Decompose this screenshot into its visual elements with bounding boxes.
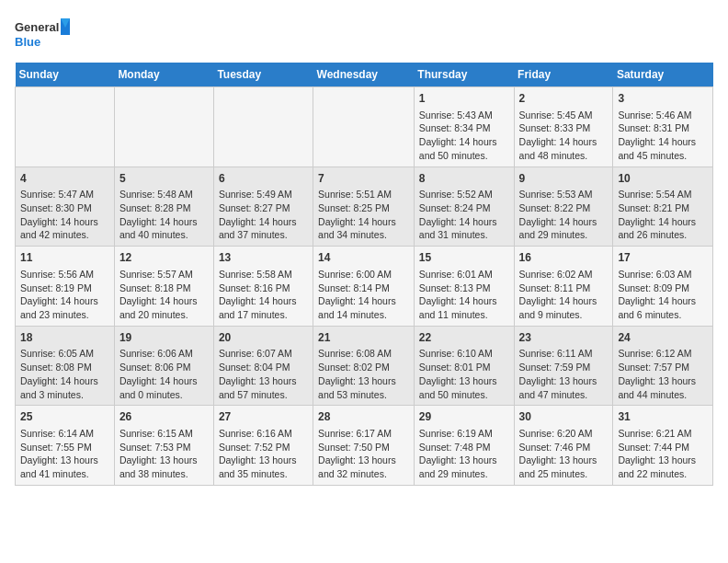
day-number: 24: [618, 330, 708, 346]
sunset-label: Sunset: 7:55 PM: [20, 442, 92, 453]
daylight-label: Daylight: 14 hours and 42 minutes.: [20, 216, 98, 241]
calendar-cell: 25Sunrise: 6:14 AMSunset: 7:55 PMDayligh…: [16, 406, 115, 486]
sunrise-label: Sunrise: 5:43 AM: [419, 109, 493, 121]
sunset-label: Sunset: 8:31 PM: [618, 122, 689, 133]
calendar-cell: 27Sunrise: 6:16 AMSunset: 7:52 PMDayligh…: [213, 406, 313, 486]
sunrise-label: Sunrise: 5:53 AM: [519, 189, 593, 200]
day-number: 19: [119, 330, 209, 346]
logo-svg: General Blue: [15, 15, 70, 55]
sunset-label: Sunset: 8:02 PM: [318, 362, 390, 373]
sunset-label: Sunset: 7:57 PM: [618, 362, 689, 373]
daylight-label: Daylight: 14 hours and 31 minutes.: [419, 216, 497, 241]
sunrise-label: Sunrise: 6:06 AM: [119, 348, 193, 359]
calendar-cell: 26Sunrise: 6:15 AMSunset: 7:53 PMDayligh…: [114, 406, 213, 486]
daylight-label: Daylight: 14 hours and 14 minutes.: [318, 295, 396, 320]
calendar-cell: 23Sunrise: 6:11 AMSunset: 7:59 PMDayligh…: [514, 326, 613, 406]
calendar-table: SundayMondayTuesdayWednesdayThursdayFrid…: [15, 63, 713, 486]
calendar-week-row: 18Sunrise: 6:05 AMSunset: 8:08 PMDayligh…: [16, 326, 713, 406]
calendar-cell: 3Sunrise: 5:46 AMSunset: 8:31 PMDaylight…: [613, 87, 713, 167]
day-number: 22: [419, 330, 509, 346]
svg-text:General: General: [15, 20, 59, 34]
sunset-label: Sunset: 8:11 PM: [519, 282, 591, 293]
sunset-label: Sunset: 7:52 PM: [219, 442, 290, 453]
sunrise-label: Sunrise: 6:05 AM: [20, 348, 94, 359]
sunrise-label: Sunrise: 6:12 AM: [618, 348, 691, 359]
sunset-label: Sunset: 8:09 PM: [618, 282, 689, 293]
day-number: 20: [219, 330, 308, 346]
calendar-cell: 7Sunrise: 5:51 AMSunset: 8:25 PMDaylight…: [313, 167, 415, 247]
sunrise-label: Sunrise: 6:02 AM: [519, 269, 593, 280]
day-of-week-header: Saturday: [613, 63, 713, 87]
daylight-label: Daylight: 13 hours and 38 minutes.: [119, 454, 198, 479]
day-number: 31: [618, 409, 708, 425]
sunset-label: Sunset: 8:21 PM: [618, 202, 689, 213]
daylight-label: Daylight: 14 hours and 48 minutes.: [519, 136, 597, 161]
calendar-week-row: 11Sunrise: 5:56 AMSunset: 8:19 PMDayligh…: [16, 247, 713, 327]
sunrise-label: Sunrise: 6:21 AM: [618, 428, 691, 439]
daylight-label: Daylight: 13 hours and 29 minutes.: [419, 454, 497, 479]
calendar-cell: 29Sunrise: 6:19 AMSunset: 7:48 PMDayligh…: [414, 406, 514, 486]
calendar-cell: 5Sunrise: 5:48 AMSunset: 8:28 PMDaylight…: [114, 167, 213, 247]
calendar-cell: 13Sunrise: 5:58 AMSunset: 8:16 PMDayligh…: [213, 247, 313, 327]
calendar-cell: 21Sunrise: 6:08 AMSunset: 8:02 PMDayligh…: [313, 326, 415, 406]
daylight-label: Daylight: 14 hours and 34 minutes.: [318, 216, 396, 241]
daylight-label: Daylight: 14 hours and 29 minutes.: [519, 216, 597, 241]
sunset-label: Sunset: 8:30 PM: [20, 202, 92, 213]
day-number: 5: [119, 171, 209, 187]
daylight-label: Daylight: 14 hours and 50 minutes.: [419, 136, 497, 161]
sunrise-label: Sunrise: 6:03 AM: [618, 269, 691, 280]
calendar-cell: 8Sunrise: 5:52 AMSunset: 8:24 PMDaylight…: [414, 167, 514, 247]
sunset-label: Sunset: 8:28 PM: [119, 202, 191, 213]
day-number: 21: [318, 330, 409, 346]
day-number: 9: [519, 171, 609, 187]
calendar-cell: [313, 87, 415, 167]
daylight-label: Daylight: 13 hours and 35 minutes.: [219, 454, 297, 479]
calendar-cell: 6Sunrise: 5:49 AMSunset: 8:27 PMDaylight…: [213, 167, 313, 247]
calendar-cell: 31Sunrise: 6:21 AMSunset: 7:44 PMDayligh…: [613, 406, 713, 486]
sunrise-label: Sunrise: 6:19 AM: [419, 428, 493, 439]
day-number: 26: [119, 409, 209, 425]
day-number: 3: [618, 91, 708, 107]
day-number: 7: [318, 171, 409, 187]
calendar-cell: 4Sunrise: 5:47 AMSunset: 8:30 PMDaylight…: [16, 167, 115, 247]
calendar-cell: 24Sunrise: 6:12 AMSunset: 7:57 PMDayligh…: [613, 326, 713, 406]
sunrise-label: Sunrise: 6:16 AM: [219, 428, 292, 439]
daylight-label: Daylight: 13 hours and 41 minutes.: [20, 454, 98, 479]
sunset-label: Sunset: 8:24 PM: [419, 202, 491, 213]
sunset-label: Sunset: 8:01 PM: [419, 362, 491, 373]
day-of-week-header: Friday: [514, 63, 613, 87]
sunrise-label: Sunrise: 6:17 AM: [318, 428, 392, 439]
sunrise-label: Sunrise: 5:56 AM: [20, 269, 94, 280]
sunrise-label: Sunrise: 6:20 AM: [519, 428, 593, 439]
calendar-cell: 28Sunrise: 6:17 AMSunset: 7:50 PMDayligh…: [313, 406, 415, 486]
sunrise-label: Sunrise: 6:01 AM: [419, 269, 493, 280]
sunrise-label: Sunrise: 5:48 AM: [119, 189, 193, 200]
daylight-label: Daylight: 13 hours and 50 minutes.: [419, 375, 497, 400]
calendar-cell: [213, 87, 313, 167]
calendar-cell: 10Sunrise: 5:54 AMSunset: 8:21 PMDayligh…: [613, 167, 713, 247]
day-number: 17: [618, 250, 708, 266]
daylight-label: Daylight: 14 hours and 26 minutes.: [618, 216, 696, 241]
calendar-cell: 20Sunrise: 6:07 AMSunset: 8:04 PMDayligh…: [213, 326, 313, 406]
daylight-label: Daylight: 14 hours and 6 minutes.: [618, 295, 696, 320]
calendar-cell: [16, 87, 115, 167]
day-of-week-header: Thursday: [414, 63, 514, 87]
day-of-week-header: Sunday: [16, 63, 115, 87]
day-of-week-header: Tuesday: [213, 63, 313, 87]
sunset-label: Sunset: 8:22 PM: [519, 202, 591, 213]
day-of-week-header: Wednesday: [313, 63, 415, 87]
svg-text:Blue: Blue: [15, 35, 40, 49]
day-number: 23: [519, 330, 609, 346]
sunrise-label: Sunrise: 6:15 AM: [119, 428, 193, 439]
daylight-label: Daylight: 14 hours and 37 minutes.: [219, 216, 297, 241]
logo: General Blue: [15, 15, 70, 55]
day-number: 4: [20, 171, 109, 187]
daylight-label: Daylight: 14 hours and 23 minutes.: [20, 295, 98, 320]
sunrise-label: Sunrise: 5:57 AM: [119, 269, 193, 280]
day-number: 1: [419, 91, 509, 107]
day-number: 13: [219, 250, 308, 266]
daylight-label: Daylight: 13 hours and 25 minutes.: [519, 454, 597, 479]
sunrise-label: Sunrise: 6:10 AM: [419, 348, 493, 359]
day-number: 8: [419, 171, 509, 187]
day-number: 10: [618, 171, 708, 187]
